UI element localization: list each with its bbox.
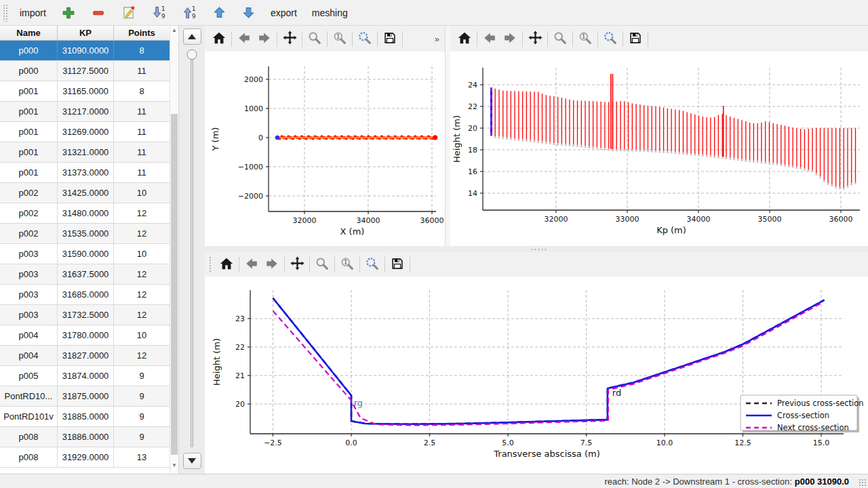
table-cell[interactable]: 8 [114,81,170,101]
table-cell[interactable]: 9 [114,427,170,447]
table-cell[interactable]: 31637.5000 [58,264,114,284]
column-header-kp[interactable]: KP [58,26,114,40]
table-cell[interactable]: p003 [0,305,58,325]
edit-cross-section-button[interactable] [114,2,143,23]
table-cell[interactable]: p002 [0,224,58,243]
table-cell[interactable]: 9 [114,386,170,406]
zoom-button[interactable] [550,28,570,49]
table-row[interactable]: p00331685.000012 [0,285,170,305]
back-button[interactable] [241,254,262,274]
table-cell[interactable]: 12 [114,285,170,304]
table-row[interactable]: p00431827.000012 [0,346,170,366]
slider-track[interactable] [191,59,193,447]
import-button[interactable]: import [13,5,53,21]
table-cell[interactable]: 31535.0000 [58,224,114,243]
table-cell[interactable]: 10 [114,244,170,264]
zoom-one-button[interactable]: 1 [330,28,350,49]
table-cell[interactable]: p000 [0,41,58,60]
table-cell[interactable]: 11 [114,122,170,142]
window-resize-grip[interactable] [859,479,866,486]
table-row[interactable]: p00231480.000012 [0,203,170,224]
table-cell[interactable]: p003 [0,285,58,304]
zoom-fit-button[interactable] [355,28,375,49]
move-down-button[interactable] [235,3,262,22]
table-cell[interactable]: p001 [0,163,58,182]
zoom-button[interactable] [304,28,325,49]
toolbar-drag-handle[interactable] [209,256,212,272]
table-cell[interactable]: 31127.5000 [58,61,114,81]
table-cell[interactable]: 10 [114,325,170,345]
scroll-up-icon[interactable]: ▲ [170,26,178,35]
table-cell[interactable]: 13 [114,447,170,467]
zoom-fit-button[interactable] [362,254,382,274]
move-up-button[interactable] [205,3,233,22]
table-row[interactable]: p00131321.000011 [0,142,170,163]
table-row[interactable]: p00331590.000010 [0,244,170,264]
table-cell[interactable]: p003 [0,244,58,264]
home-button[interactable] [216,254,237,274]
table-cell[interactable]: 31874.0000 [58,366,114,386]
previous-section-button[interactable] [183,28,201,45]
slider-handle[interactable] [187,49,197,60]
zoom-one-button[interactable]: 1 [337,254,357,274]
table-row[interactable]: p00331637.500012 [0,264,170,285]
column-header-points[interactable]: Points [114,26,170,40]
table-cell[interactable]: 31929.0000 [58,447,114,467]
table-cell[interactable]: p004 [0,346,58,365]
table-cell[interactable]: 31886.0000 [58,427,114,447]
save-button[interactable] [387,254,408,274]
table-scrollbar[interactable]: ▲ ▼ [170,26,178,474]
table-cell[interactable]: p005 [0,366,58,386]
table-cell[interactable]: p004 [0,325,58,345]
table-cell[interactable]: p008 [0,447,58,467]
zoom-button[interactable] [312,254,332,274]
scroll-down-icon[interactable]: ▼ [170,462,178,470]
table-cell[interactable]: 11 [114,61,170,81]
table-row[interactable]: p00331732.500012 [0,305,170,325]
profile-view-canvas[interactable]: 3200033000340003500036000141618202224Kp … [450,52,868,246]
table-row[interactable]: PontRD10...31875.00009 [0,386,170,407]
table-cell[interactable]: 9 [114,407,170,426]
table-cell[interactable]: p008 [0,427,58,447]
table-cell[interactable]: 31373.0000 [58,163,114,182]
table-cell[interactable]: 31590.0000 [58,244,114,264]
back-button[interactable] [234,28,254,49]
horizontal-splitter[interactable] [205,246,868,252]
cross-section-canvas[interactable]: −2.50.02.55.07.510.012.515.020212223Tran… [205,277,868,474]
export-button[interactable]: export [264,5,304,21]
table-cell[interactable]: 11 [114,102,170,121]
table-cell[interactable]: 31885.0000 [58,407,114,426]
table-row[interactable]: p00131269.000011 [0,122,170,142]
table-cell[interactable]: PontRD10... [0,386,58,406]
table-row[interactable]: p00131217.000011 [0,102,170,122]
table-cell[interactable]: p001 [0,102,58,121]
table-cell[interactable]: 11 [114,142,170,162]
forward-button[interactable] [254,28,275,49]
remove-cross-section-button[interactable] [84,3,113,23]
table-row[interactable]: p00031127.500011 [0,61,170,81]
table-row[interactable]: p00531874.00009 [0,366,170,386]
table-cell[interactable]: p001 [0,122,58,142]
table-cell[interactable]: 12 [114,305,170,325]
table-row[interactable]: PontRD101v31885.00009 [0,407,170,427]
table-row[interactable]: p00231535.000012 [0,224,170,244]
table-cell[interactable]: 8 [114,41,170,60]
table-cell[interactable]: 31780.0000 [58,325,114,345]
column-header-name[interactable]: Name [0,26,58,40]
forward-button[interactable] [262,254,282,274]
sort-descending-button[interactable]: 19 [144,2,174,23]
table-cell[interactable]: 31827.0000 [58,346,114,365]
pan-button[interactable] [279,28,300,49]
toolbar-drag-handle[interactable] [3,4,7,22]
next-section-button[interactable] [183,453,201,469]
table-row[interactable]: p00431780.000010 [0,325,170,346]
forward-button[interactable] [500,28,520,49]
add-cross-section-button[interactable] [54,3,83,23]
plan-view-canvas[interactable]: 320003400036000200010000−1000−2000X (m)Y… [205,52,445,246]
section-slider[interactable] [179,49,205,449]
table-cell[interactable]: 31217.0000 [58,102,114,121]
table-cell[interactable]: 31269.0000 [58,122,114,142]
table-row[interactable]: p00831886.00009 [0,427,170,447]
table-cell[interactable]: p001 [0,81,58,101]
table-cell[interactable]: 31165.0000 [58,81,114,101]
